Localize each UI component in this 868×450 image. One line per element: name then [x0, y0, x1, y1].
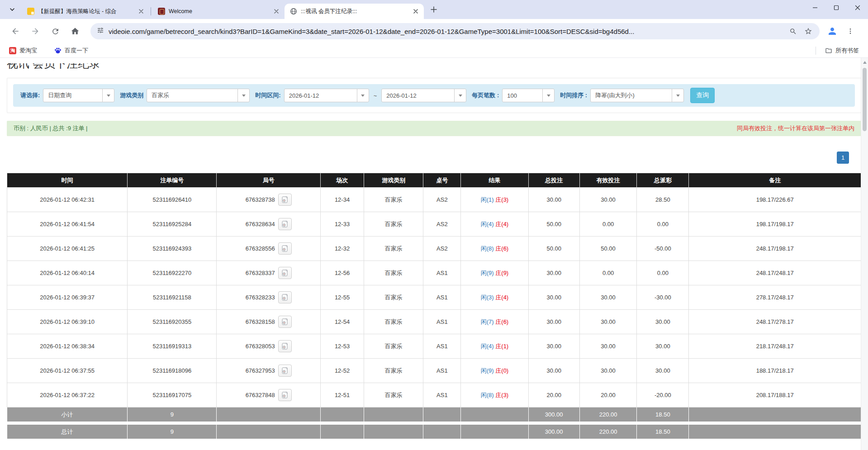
zoom-icon[interactable] — [787, 25, 799, 37]
cell-total-bet[interactable]: 30.00 — [528, 188, 579, 212]
column-header: 场次 — [320, 173, 364, 188]
reload-icon[interactable] — [46, 22, 64, 40]
forum-favicon — [27, 8, 34, 15]
cell-result: 闲(1) 庄(3) — [461, 188, 528, 212]
bookmark-star-icon[interactable] — [802, 25, 814, 37]
cell-result: 闲(4) 庄(4) — [461, 212, 528, 237]
select-type-label: 请选择: — [20, 91, 40, 99]
footer-cell — [461, 425, 528, 439]
video-replay-icon[interactable] — [278, 389, 292, 401]
chevron-down-icon — [542, 89, 554, 102]
cell-total-bet[interactable]: 50.00 — [528, 212, 579, 237]
per-page-select[interactable]: 100 — [502, 89, 555, 102]
pagination: 1 — [0, 152, 849, 164]
round-number: 676327953 — [246, 367, 275, 374]
cell-time: 2026-01-12 06:42:31 — [7, 188, 128, 212]
table-row: 2026-01-12 06:41:25523116924393676328556… — [7, 237, 861, 261]
game-type-value: 百家乐 — [147, 89, 237, 102]
footer-cell: 220.00 — [579, 425, 636, 439]
result-player: 闲(8) — [481, 245, 494, 252]
maximize-button[interactable] — [825, 0, 847, 15]
welcome-favicon — [158, 8, 165, 15]
result-player: 闲(7) — [481, 318, 494, 325]
cell-total-bet[interactable]: 30.00 — [528, 359, 579, 383]
cell-valid-bet: 0.00 — [579, 261, 636, 285]
cell-note: 218.17/248.17 — [689, 334, 861, 359]
cell-total-bet[interactable]: 30.00 — [528, 261, 579, 285]
footer-cell: 18.50 — [637, 407, 689, 422]
table-row: 2026-01-12 06:42:31523116926410676328738… — [7, 188, 861, 212]
bookmark-baidu[interactable]: 百度一下 — [52, 45, 91, 56]
video-replay-icon[interactable] — [278, 291, 292, 303]
close-button[interactable] — [847, 0, 868, 15]
cell-payout: 0.00 — [637, 212, 689, 237]
column-header: 备注 — [689, 173, 861, 188]
video-replay-icon[interactable] — [278, 267, 292, 279]
cell-round: 676328337 — [217, 261, 320, 285]
result-banker: 庄(6) — [495, 318, 508, 325]
video-replay-icon[interactable] — [278, 218, 292, 230]
sort-select[interactable]: 降幂(由大到小) — [590, 89, 684, 102]
forward-icon[interactable] — [26, 22, 44, 40]
cell-result: 闲(4) 庄(1) — [461, 334, 528, 359]
column-header: 总派彩 — [637, 173, 689, 188]
cell-total-bet[interactable]: 50.00 — [528, 237, 579, 261]
folder-icon — [825, 47, 832, 54]
video-replay-icon[interactable] — [278, 316, 292, 328]
site-settings-icon[interactable] — [97, 27, 104, 36]
video-replay-icon[interactable] — [278, 242, 292, 255]
video-replay-icon[interactable] — [278, 340, 292, 352]
column-header: 结果 — [461, 173, 528, 188]
toolbar-right — [823, 22, 859, 40]
cell-payout: -30.00 — [637, 285, 689, 310]
tab-betrecord-active[interactable]: :::视讯 会员下注纪录::: — [285, 4, 424, 19]
back-icon[interactable] — [6, 22, 24, 40]
minimize-button[interactable] — [804, 0, 825, 15]
result-player: 闲(8) — [481, 392, 494, 398]
page-scrollbar[interactable] — [861, 58, 868, 450]
cell-total-bet[interactable]: 30.00 — [528, 285, 579, 310]
all-bookmarks-button[interactable]: 所有书签 — [822, 45, 862, 56]
video-replay-icon[interactable] — [278, 365, 292, 377]
page-number-button[interactable]: 1 — [837, 152, 849, 164]
cell-total-bet[interactable]: 30.00 — [528, 310, 579, 334]
tab-welcome[interactable]: Welcome — [152, 4, 285, 19]
subtotal-row: 小计9300.00220.0018.50 — [7, 407, 861, 422]
game-type-select[interactable]: 百家乐 — [147, 89, 250, 102]
home-icon[interactable] — [66, 22, 84, 40]
cell-session: 12-51 — [320, 383, 364, 407]
cell-total-bet[interactable]: 30.00 — [528, 334, 579, 359]
tab-close-icon[interactable] — [138, 8, 145, 15]
tab-close-icon[interactable] — [273, 8, 280, 15]
round-number: 676328556 — [246, 245, 275, 252]
date-end-select[interactable]: 2026-01-12 — [381, 89, 466, 102]
menu-dots-icon[interactable] — [841, 22, 859, 40]
cell-valid-bet: 30.00 — [579, 188, 636, 212]
url-text: videoie.com/game/betrecord_search/kind3?… — [109, 28, 783, 35]
cell-table-no: AS2 — [423, 212, 461, 237]
chevron-down-icon — [672, 89, 683, 102]
date-start-select[interactable]: 2026-01-12 — [284, 89, 369, 102]
cell-result: 闲(9) 庄(9) — [461, 261, 528, 285]
url-bar[interactable]: videoie.com/game/betrecord_search/kind3?… — [90, 23, 820, 39]
scrollbar-thumb[interactable] — [863, 68, 867, 131]
tab-close-icon[interactable] — [412, 8, 419, 15]
column-header: 时间 — [7, 173, 128, 188]
bookmark-taobao[interactable]: 淘 爱淘宝 — [6, 45, 40, 56]
cell-total-bet[interactable]: 20.00 — [528, 383, 579, 407]
scroll-up-icon[interactable] — [863, 61, 867, 64]
tab-search-chevron-icon[interactable] — [5, 3, 19, 16]
tab-forum[interactable]: 【新提醒】海燕策略论坛 - 综合 — [22, 4, 149, 19]
cell-round: 676328738 — [217, 188, 320, 212]
profile-avatar-icon[interactable] — [823, 22, 841, 40]
new-tab-button[interactable] — [427, 3, 440, 16]
cell-round: 676327953 — [217, 359, 320, 383]
query-type-select[interactable]: 日期查询 — [43, 89, 114, 102]
cell-payout: 30.00 — [637, 334, 689, 359]
search-button[interactable]: 查询 — [690, 88, 715, 103]
footer-cell — [689, 407, 861, 422]
cell-table-no: AS1 — [423, 334, 461, 359]
round-number: 676328233 — [246, 294, 275, 301]
cell-bet-id: 523116922270 — [128, 261, 217, 285]
video-replay-icon[interactable] — [278, 194, 292, 206]
